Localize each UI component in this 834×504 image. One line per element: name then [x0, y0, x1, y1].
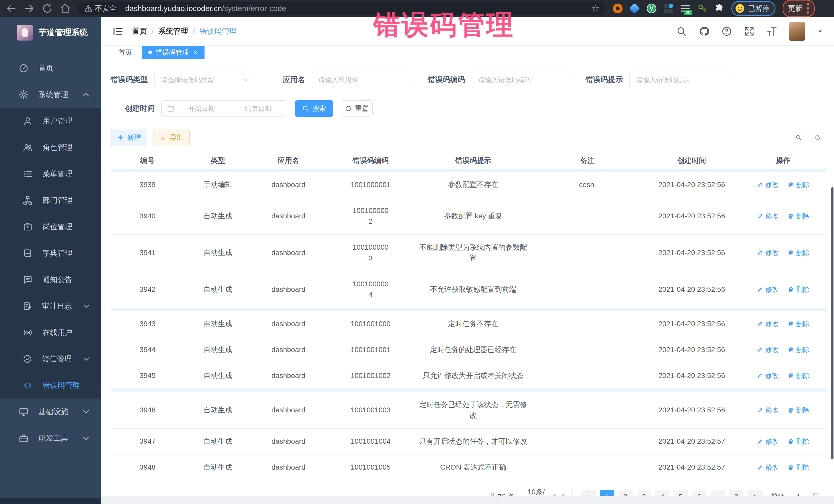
sidebar-item-sms[interactable]: 短信管理 [0, 346, 101, 372]
tab-inactive[interactable]: 首页 [112, 46, 138, 59]
home-icon[interactable] [60, 3, 71, 14]
browser-menu-icon[interactable]: ••• [807, 2, 809, 15]
not-secure-warning[interactable]: 不安全 [84, 4, 116, 13]
edit-button[interactable]: 修改 [757, 436, 779, 447]
cell-app: dashboard [251, 455, 326, 480]
user-avatar[interactable] [789, 22, 805, 41]
delete-button[interactable]: 删除 [788, 344, 810, 355]
fullscreen-icon[interactable] [744, 26, 755, 37]
scrollbar[interactable] [831, 187, 833, 459]
extension-key-icon[interactable] [698, 4, 707, 13]
sidebar-item-dashboard[interactable]: 首页 [0, 55, 101, 81]
browser-update-button[interactable]: 更新 ••• [783, 0, 815, 17]
edit-button[interactable]: 修改 [757, 247, 779, 258]
filter-row-2: 创建时间 开始日期 - 结束日期 搜索 重置 [111, 100, 827, 117]
update-label: 更新 [788, 4, 803, 13]
cell-type: 自动生成 [184, 277, 251, 302]
cell-message: 参数配置 key 重复 [415, 203, 531, 229]
edit-icon [757, 438, 764, 445]
edit-button[interactable]: 修改 [757, 211, 779, 221]
help-icon[interactable] [721, 26, 732, 37]
sidebar-item-org-tree[interactable]: 部门管理 [0, 187, 101, 214]
table-row: 3940自动生成dashboard100100000 2参数配置 key 重复2… [111, 198, 827, 234]
bookmark-star-icon[interactable]: ☆ [591, 3, 599, 14]
cell-created-time: 2021-04-20 23:52:56 [644, 311, 740, 337]
annotation-overlay: 错误码管理 [373, 7, 514, 43]
edit-button[interactable]: 修改 [757, 462, 779, 473]
github-icon[interactable] [699, 26, 709, 37]
sidebar-item-devtools[interactable]: 研发工具 [0, 425, 101, 452]
delete-button[interactable]: 删除 [788, 247, 810, 258]
breadcrumb-item[interactable]: 错误码管理 [199, 26, 237, 37]
edit-button[interactable]: 修改 [757, 319, 779, 329]
error-code-input[interactable] [471, 72, 571, 88]
edit-button[interactable]: 修改 [757, 370, 779, 381]
cell-message: 定时任务已经处于该状态，无需修改 [415, 392, 531, 428]
delete-button[interactable]: 删除 [788, 179, 810, 190]
delete-button[interactable]: 删除 [788, 405, 810, 415]
error-hint-input[interactable] [630, 72, 729, 88]
sidebar-item-infrastructure[interactable]: 基础设施 [0, 398, 101, 425]
delete-button[interactable]: 删除 [788, 436, 810, 447]
tabbar: 首页错误码管理 [101, 46, 834, 61]
sidebar-item-announcement[interactable]: 通知公告 [0, 266, 101, 293]
sidebar-item-dictionary[interactable]: 字典管理 [0, 240, 101, 266]
breadcrumb-item[interactable]: 首页 [132, 26, 147, 37]
breadcrumb-item[interactable]: 系统管理 [158, 26, 188, 37]
address-bar[interactable]: 不安全 dashboard.yudao.iocoder.cn/system/er… [78, 2, 606, 15]
sidebar-item-users[interactable]: 角色管理 [0, 134, 101, 161]
edit-icon [757, 346, 764, 353]
app-logo-row[interactable]: 芋道管理系统 [0, 17, 101, 48]
delete-button[interactable]: 删除 [788, 284, 810, 295]
error-type-select[interactable] [154, 72, 254, 88]
extension-gem-icon[interactable] [630, 4, 639, 13]
search-button[interactable]: 搜索 [295, 100, 333, 117]
sidebar-item-menu-list[interactable]: 菜单管理 [0, 161, 101, 187]
close-icon[interactable] [193, 49, 198, 55]
edit-button[interactable]: 修改 [757, 344, 779, 355]
delete-button[interactable]: 删除 [788, 462, 810, 473]
sidebar-item-label: 系统管理 [39, 90, 71, 100]
reset-button[interactable]: 重置 [341, 100, 373, 117]
search-icon [302, 105, 309, 112]
edit-button[interactable]: 修改 [757, 284, 779, 295]
search-icon[interactable] [676, 26, 687, 37]
sidebar-item-audit-log[interactable]: 审计日志 [0, 293, 101, 319]
chevron-down-icon[interactable] [817, 28, 824, 35]
font-size-icon[interactable] [767, 26, 777, 37]
app-title: 芋道管理系统 [39, 27, 88, 38]
cell-note [531, 342, 644, 357]
delete-button[interactable]: 删除 [788, 319, 810, 329]
sidebar-item-badge[interactable]: 岗位管理 [0, 214, 101, 240]
date-range-picker[interactable]: 开始日期 - 结束日期 [161, 100, 286, 117]
edit-icon [757, 249, 764, 256]
reload-icon[interactable] [42, 3, 53, 14]
sidebar-item-online-users[interactable]: 在线用户 [0, 319, 101, 346]
forward-icon[interactable] [24, 3, 35, 14]
sidebar-item-user[interactable]: 用户管理 [0, 108, 101, 134]
refresh-table-button[interactable] [812, 132, 824, 144]
extension-orange-icon[interactable] [613, 4, 622, 13]
sidebar-item-label: 审计日志 [42, 301, 72, 311]
sidebar-item-code[interactable]: 错误码管理 [0, 372, 101, 398]
sidebar-collapse-bar[interactable] [0, 498, 101, 504]
back-icon[interactable] [6, 3, 17, 14]
toggle-search-button[interactable] [793, 132, 805, 144]
edit-button[interactable]: 修改 [757, 179, 779, 190]
delete-button[interactable]: 删除 [788, 370, 810, 381]
export-button[interactable]: 导出 [153, 129, 190, 146]
app-name-input[interactable] [312, 72, 411, 88]
tab-active[interactable]: 错误码管理 [142, 46, 204, 59]
extensions-puzzle-icon[interactable] [715, 4, 724, 13]
extension-v-icon[interactable]: V [647, 4, 656, 13]
add-button[interactable]: 新增 [111, 129, 147, 146]
delete-button[interactable]: 删除 [788, 211, 810, 221]
edit-button[interactable]: 修改 [757, 405, 779, 415]
extensions-row: V on 已暂停 更新 ••• [613, 0, 815, 17]
profile-paused-pill[interactable]: 已暂停 [731, 1, 775, 16]
extension-list-icon[interactable]: on [681, 4, 690, 13]
trash-icon [788, 464, 794, 470]
hamburger-icon[interactable] [112, 26, 124, 37]
sidebar-item-gear[interactable]: 系统管理 [0, 81, 101, 108]
extension-grid-icon[interactable] [664, 4, 673, 13]
